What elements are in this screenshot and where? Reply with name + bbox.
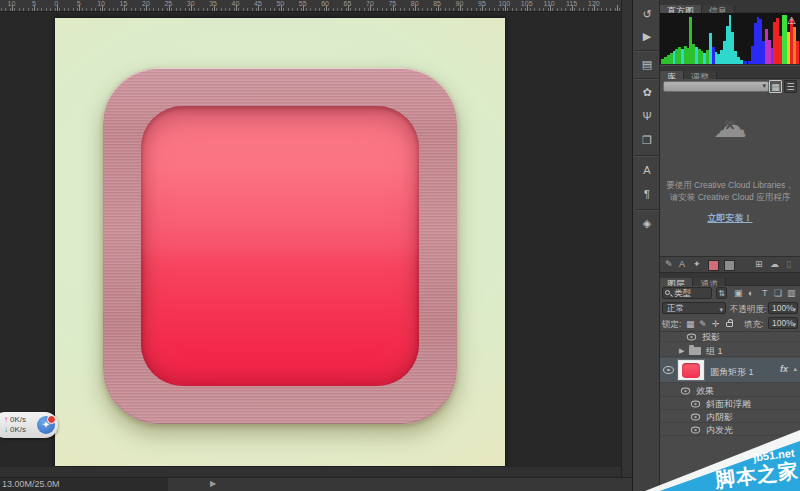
list-view-button[interactable]: ☰ xyxy=(784,80,797,93)
lock-fill-row: 锁定: ▦ ✎ ✛ 填充: 100%▾ xyxy=(660,316,800,331)
layer-row-effects[interactable]: 效果 xyxy=(660,384,800,397)
cloud-x-icon: ✕ xyxy=(725,118,736,133)
filter-shape-layers-icon[interactable]: ❏ xyxy=(774,288,782,298)
netspeed-overlay[interactable]: ↑0K/s ↓0K/s ✦ xyxy=(0,412,58,438)
photoshop-window: 1050510152025303540455055606570758085909… xyxy=(0,0,800,491)
horizontal-ruler: 1050510152025303540455055606570758085909… xyxy=(0,0,621,12)
vertical-scrollbar[interactable] xyxy=(621,0,632,477)
status-arrow-button[interactable]: ▶ xyxy=(210,479,216,488)
opacity-label: 不透明度: xyxy=(730,304,766,316)
clone-source-panel-icon[interactable]: ❐ xyxy=(636,130,658,150)
collapsed-panels-strip: ↺ ▶ ▤ ✿ Ψ ❐ A ¶ ◈ xyxy=(632,0,660,491)
secondary-color-swatch[interactable] xyxy=(724,260,735,271)
layer-row-rounded-rectangle[interactable]: 圆角矩形 1 fx ▴ xyxy=(660,358,800,383)
lock-position-icon[interactable]: ✛ xyxy=(712,319,720,329)
document-canvas[interactable] xyxy=(55,18,505,466)
cc-message-line2: 请安装 Creative Cloud 应用程序 xyxy=(660,192,800,204)
foreground-color-swatch[interactable] xyxy=(708,260,719,271)
visibility-eye-icon[interactable] xyxy=(691,414,700,421)
layer-row-group[interactable]: ▶ 组 1 xyxy=(660,343,800,357)
brush-presets-panel-icon[interactable]: ▤ xyxy=(636,54,658,74)
opacity-value[interactable]: 100%▾ xyxy=(768,302,798,314)
layers-tabbar: 图层通道 xyxy=(660,273,800,286)
cc-message-line1: 要使用 Creative Cloud Libraries， xyxy=(660,180,800,192)
layer-row-dropshadow[interactable]: 投影 xyxy=(660,332,800,342)
history-panel-icon[interactable]: ↺ xyxy=(636,4,658,24)
add-text-style-icon[interactable]: A xyxy=(679,259,685,269)
add-graphic-icon[interactable]: ✦ xyxy=(693,259,701,269)
filter-adjustment-layers-icon[interactable]: ◐ xyxy=(748,288,753,298)
lock-transparency-icon[interactable]: ▦ xyxy=(686,319,695,329)
libraries-toolbar: ▾ ▦ ☰ xyxy=(660,79,800,94)
group-label: 组 1 xyxy=(706,345,723,358)
fill-value[interactable]: 100%▾ xyxy=(768,317,798,329)
new-library-icon[interactable]: ⊞ xyxy=(755,259,763,269)
histogram-refresh-warning-icon[interactable]: ⚠ xyxy=(787,15,796,26)
filter-pixel-layers-icon[interactable]: ▣ xyxy=(734,288,743,298)
layers-list: 投影 ▶ 组 1 圆角矩形 1 fx ▴ 效果 xyxy=(660,331,800,486)
panels-column: 直方图信息 ⚠ 库调整 ▾ ▦ ☰ ☁ ✕ 要使用 Creative Cloud… xyxy=(660,0,800,491)
histogram-display: ⚠ xyxy=(660,13,800,65)
chevron-down-icon: ▾ xyxy=(719,304,723,315)
paragraph-panel-icon[interactable]: ¶ xyxy=(636,184,658,204)
grid-view-button[interactable]: ▦ xyxy=(769,80,782,93)
character-panel-icon[interactable]: A xyxy=(636,160,658,180)
lock-label: 锁定: xyxy=(662,319,681,331)
visibility-eye-icon[interactable] xyxy=(681,388,690,395)
layer-row-bevel-emboss[interactable]: 斜面和浮雕 xyxy=(660,397,800,410)
upload-arrow-icon: ↑ xyxy=(4,415,8,424)
blend-opacity-row: 正常▾ 不透明度: 100%▾ xyxy=(660,301,800,316)
status-bar: 13.00M/25.0M ▶ xyxy=(0,477,632,491)
libraries-content: ☁ ✕ 要使用 Creative Cloud Libraries， 请安装 Cr… xyxy=(660,94,800,256)
install-now-link[interactable]: 立即安装！ xyxy=(660,212,800,225)
lock-image-icon[interactable]: ✎ xyxy=(699,319,707,329)
sync-cloud-icon[interactable]: ☁ xyxy=(770,259,779,269)
upload-speed: ↑0K/s xyxy=(4,415,26,424)
visibility-eye-icon[interactable] xyxy=(687,334,696,341)
layer-row-inner-shadow[interactable]: 内阴影 xyxy=(660,410,800,423)
horizontal-scrollbar[interactable] xyxy=(0,467,621,477)
effect-label: 内发光 xyxy=(706,424,733,437)
download-arrow-icon: ↓ xyxy=(4,425,8,434)
download-speed: ↓0K/s xyxy=(4,425,26,434)
layer-row-inner-glow[interactable]: 内发光 xyxy=(660,423,800,436)
thumbnail-shape xyxy=(682,363,700,378)
icon-frame-shape xyxy=(103,68,457,424)
filter-type-layers-icon[interactable]: T xyxy=(762,288,768,298)
layers-filter-row: 类型 ⇅ ▣ ◐ T ❏ ▥ xyxy=(660,286,800,301)
icon-inner-shape xyxy=(141,106,419,386)
add-brush-icon[interactable]: ✎ xyxy=(665,259,673,269)
tool-presets-panel-icon[interactable]: Ψ xyxy=(636,106,658,126)
chevron-down-icon: ▾ xyxy=(762,82,766,90)
search-icon xyxy=(665,290,670,295)
blend-mode-select[interactable]: 正常▾ xyxy=(662,302,726,314)
layer-thumbnail[interactable] xyxy=(678,360,704,380)
visibility-eye-icon[interactable] xyxy=(691,427,700,434)
expander-icon[interactable]: ▶ xyxy=(679,347,684,355)
libraries-tabbar: 库调整 xyxy=(660,66,800,79)
3d-panel-icon[interactable]: ◈ xyxy=(636,213,658,233)
actions-panel-icon[interactable]: ▶ xyxy=(636,26,658,46)
netspeed-badge-icon[interactable]: ✦ xyxy=(37,416,55,434)
trash-icon[interactable]: ▯ xyxy=(786,259,791,269)
fill-label: 填充: xyxy=(744,319,763,331)
visibility-eye-icon[interactable] xyxy=(663,366,674,374)
library-select-dropdown[interactable]: ▾ xyxy=(663,81,769,92)
document-size-status: 13.00M/25.0M xyxy=(0,478,168,491)
filter-sort-button[interactable]: ⇅ xyxy=(716,287,727,299)
fx-collapse-icon[interactable]: ▴ xyxy=(793,365,797,373)
histogram-tabbar: 直方图信息 xyxy=(660,0,800,13)
filter-type-dropdown[interactable]: 类型 xyxy=(662,287,712,299)
libraries-footer: ✎ A ✦ ⊞ ☁ ▯ xyxy=(660,256,800,273)
layer-label: 圆角矩形 1 xyxy=(710,366,754,379)
visibility-eye-icon[interactable] xyxy=(691,401,700,408)
lock-all-icon[interactable] xyxy=(726,322,733,327)
fx-badge[interactable]: fx xyxy=(780,364,788,374)
styles-panel-icon[interactable]: ✿ xyxy=(636,82,658,102)
folder-icon xyxy=(689,347,701,355)
filter-smart-objects-icon[interactable]: ▥ xyxy=(787,288,796,298)
